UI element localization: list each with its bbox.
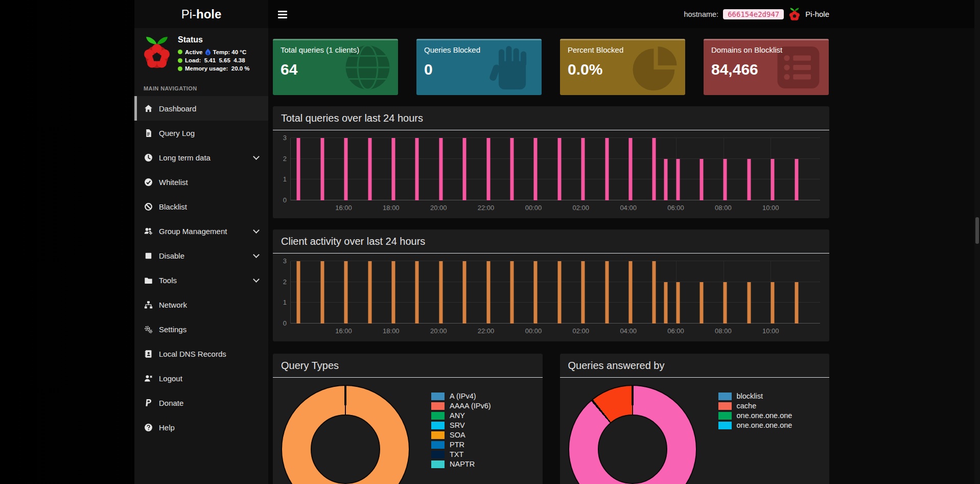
panel-title: Total queries over last 24 hours: [281, 112, 423, 124]
x-axis-tick-label: 20:00: [430, 204, 447, 212]
bar-10:05[interactable]: [771, 282, 775, 324]
sidebar-item-dashboard[interactable]: Dashboard: [134, 96, 268, 121]
bar-chart-plot-area[interactable]: [290, 138, 820, 200]
sidebar-item-label: Network: [159, 301, 187, 309]
bar-00:05[interactable]: [534, 261, 538, 324]
bar-15:05[interactable]: [320, 138, 324, 200]
sidebar-nav-header: MAIN NAVIGATION: [134, 78, 268, 96]
bar-08:05[interactable]: [724, 159, 727, 200]
bar-22:05[interactable]: [486, 261, 490, 324]
queries-answered-donut-chart[interactable]: [568, 385, 697, 484]
sidebar-item-group-management[interactable]: Group Management: [134, 219, 268, 243]
clock-icon: [143, 153, 153, 162]
paypal-icon: [143, 398, 153, 407]
bar-00:05[interactable]: [534, 138, 538, 200]
sidebar-item-label: Whitelist: [159, 178, 188, 187]
sidebar-item-blacklist[interactable]: Blacklist: [134, 194, 268, 219]
panel-body: blocklistcacheone.one.one.oneone.one.one…: [560, 378, 830, 484]
bar-18:05[interactable]: [392, 138, 395, 200]
bar-23:05[interactable]: [510, 261, 514, 324]
scrollbar-thumb[interactable]: [975, 217, 979, 244]
bar-21:05[interactable]: [463, 138, 466, 200]
bar-11:05[interactable]: [795, 282, 798, 324]
bar-21:05[interactable]: [463, 261, 466, 324]
sidebar-item-help[interactable]: Help: [134, 415, 268, 440]
x-axis-tick-label: 06:00: [667, 327, 684, 335]
bar-18:05[interactable]: [392, 261, 395, 324]
stat-card-percent-blocked[interactable]: Percent Blocked0.0%: [560, 39, 685, 95]
bar-05:05[interactable]: [652, 138, 656, 200]
bar-19:05[interactable]: [415, 138, 419, 200]
bar-20:05[interactable]: [439, 138, 442, 200]
bar-16:05[interactable]: [344, 138, 348, 200]
sidebar-item-donate[interactable]: Donate: [134, 390, 268, 415]
stat-card-total-queries-1-clients-[interactable]: Total queries (1 clients)64: [273, 39, 398, 95]
donut-hole: [311, 414, 380, 484]
bar-03:05[interactable]: [605, 138, 609, 200]
panel-title: Client activity over last 24 hours: [281, 236, 425, 247]
sidebar-item-query-log[interactable]: Query Log: [134, 121, 268, 145]
bar-05:35[interactable]: [664, 282, 668, 324]
sidebar-toggle-button[interactable]: [277, 10, 288, 19]
legend-label: AAAA (IPv6): [450, 402, 491, 410]
legend-color-swatch: [431, 460, 445, 468]
sidebar-item-settings[interactable]: Settings: [134, 317, 268, 341]
file-icon: [143, 128, 153, 137]
stat-card-queries-blocked[interactable]: Queries Blocked0: [416, 39, 542, 95]
bar-01:05[interactable]: [557, 138, 561, 200]
panel-client-activity-chart: Client activity over last 24 hours 01231…: [273, 229, 829, 341]
bar-01:05[interactable]: [557, 261, 561, 324]
bar-05:35[interactable]: [664, 159, 668, 200]
bar-04:05[interactable]: [628, 261, 632, 324]
bar-03:05[interactable]: [605, 261, 609, 324]
bar-16:05[interactable]: [344, 261, 348, 324]
bar-10:05[interactable]: [771, 159, 775, 200]
sidebar-item-whitelist[interactable]: Whitelist: [134, 170, 268, 194]
bar-02:05[interactable]: [581, 138, 585, 200]
bar-08:05[interactable]: [724, 282, 727, 324]
bar-04:05[interactable]: [628, 138, 632, 200]
sidebar-item-long-term-data[interactable]: Long term data: [134, 145, 268, 170]
bar-17:05[interactable]: [368, 138, 371, 200]
bar-14:05[interactable]: [297, 261, 300, 324]
bar-22:05[interactable]: [486, 138, 490, 200]
bar-20:05[interactable]: [439, 261, 442, 324]
sidebar-item-label: Blacklist: [159, 202, 187, 211]
bar-11:05[interactable]: [795, 159, 798, 200]
sidebar-item-tools[interactable]: Tools: [134, 268, 268, 292]
status-memory-value: Memory usage: 20.0 %: [185, 65, 250, 72]
sidebar-item-disable[interactable]: Disable: [134, 243, 268, 268]
bar-05:05[interactable]: [652, 261, 656, 324]
client-activity-bar-chart[interactable]: 012316:0018:0020:0022:0000:0002:0004:000…: [277, 261, 820, 336]
bar-07:05[interactable]: [700, 282, 704, 324]
x-axis-tick-label: 00:00: [525, 327, 542, 335]
chevron-down-icon: [253, 276, 260, 283]
bar-chart-plot-area[interactable]: [290, 261, 820, 324]
legend-label: ANY: [450, 411, 465, 420]
bar-06:05[interactable]: [676, 159, 680, 200]
stat-card-value: 84,466: [711, 61, 821, 78]
sidebar-item-network[interactable]: Network: [134, 292, 268, 317]
bar-02:05[interactable]: [581, 261, 585, 324]
bar-09:05[interactable]: [747, 282, 751, 324]
x-axis-tick-label: 02:00: [573, 327, 590, 335]
bar-15:05[interactable]: [320, 261, 324, 324]
bar-14:05[interactable]: [297, 138, 300, 200]
sidebar-item-logout[interactable]: Logout: [134, 366, 268, 390]
vertical-scrollbar: [974, 0, 980, 484]
panel-header: Queries answered by: [560, 354, 830, 378]
stat-card-domains-on-blocklist[interactable]: Domains on Blocklist84,466: [704, 39, 829, 95]
total-queries-bar-chart[interactable]: 012316:0018:0020:0022:0000:0002:0004:000…: [277, 138, 820, 213]
brand-text-bold: hole: [196, 7, 221, 21]
brand-link[interactable]: Pi-hole: [134, 0, 268, 28]
bar-07:05[interactable]: [700, 159, 704, 200]
bar-23:05[interactable]: [510, 138, 514, 200]
query-types-donut-chart[interactable]: [281, 385, 410, 484]
bar-06:05[interactable]: [676, 282, 680, 324]
stat-card-title: Percent Blocked: [568, 45, 678, 54]
status-row-memory: Memory usage: 20.0 %: [178, 65, 250, 72]
sidebar-item-local-dns-records[interactable]: Local DNS Records: [134, 341, 268, 366]
bar-09:05[interactable]: [747, 159, 751, 200]
bar-17:05[interactable]: [368, 261, 371, 324]
bar-19:05[interactable]: [415, 261, 419, 324]
